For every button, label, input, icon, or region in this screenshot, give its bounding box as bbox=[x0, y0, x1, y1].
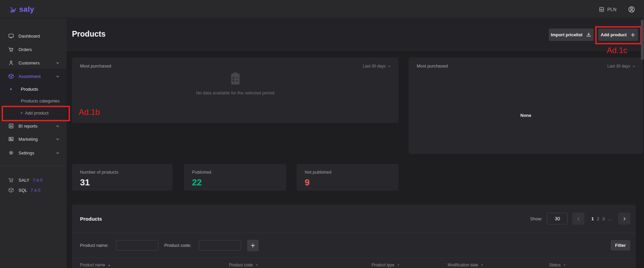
cart-icon bbox=[8, 177, 14, 183]
period-label: Last 30 days bbox=[363, 64, 386, 69]
person-icon bbox=[8, 60, 14, 66]
svg-text:Bi: Bi bbox=[600, 8, 603, 11]
sidebar: Dashboard Orders Customers Assortment Pr… bbox=[0, 18, 67, 268]
filter-button[interactable]: Filter bbox=[611, 240, 630, 251]
stat-label: Published bbox=[192, 170, 211, 175]
sort-desc-icon: ▼ bbox=[397, 264, 400, 267]
no-data-clipboard-icon bbox=[228, 72, 242, 86]
plus-icon: + bbox=[20, 110, 23, 116]
sidebar-subitem-add-product[interactable]: + Add product bbox=[0, 108, 67, 118]
sidebar-item-label: Customers bbox=[18, 60, 40, 65]
table-card-header: Products Show: 1 2 3 ... bbox=[72, 205, 636, 233]
empty-state: No data available for the selected perio… bbox=[72, 72, 399, 95]
most-purchased-widget-right: Most purchased Last 30 days None bbox=[409, 57, 643, 154]
currency-icon: Bi bbox=[599, 6, 605, 12]
chevron-down-icon bbox=[55, 61, 60, 65]
no-data-text: No data available for the selected perio… bbox=[196, 90, 274, 95]
page-title: Products bbox=[72, 30, 106, 39]
stat-published: Published 22 bbox=[184, 164, 286, 191]
products-table-card: Products Show: 1 2 3 ... Product name: bbox=[72, 205, 636, 268]
chevron-down-icon bbox=[55, 74, 60, 79]
version-saly: SALY 7.4.0 bbox=[0, 175, 67, 185]
widget-title: Most purchased bbox=[417, 63, 448, 69]
sidebar-divider bbox=[0, 165, 67, 166]
column-header-product-code[interactable]: Product code▼ bbox=[229, 263, 372, 267]
cube-icon bbox=[8, 187, 14, 193]
show-label: Show: bbox=[530, 216, 542, 221]
stat-value: 22 bbox=[192, 177, 202, 188]
period-dropdown[interactable]: Last 30 days bbox=[607, 64, 636, 69]
import-pricelist-button[interactable]: Import pricelist bbox=[549, 29, 594, 41]
stat-value: 9 bbox=[305, 177, 309, 188]
currency-selector[interactable]: Bi PLN bbox=[599, 6, 616, 12]
version-sql: SQL 7.4.0 bbox=[0, 185, 67, 195]
plus-icon bbox=[630, 32, 636, 38]
sidebar-item-label: Marketing bbox=[18, 137, 38, 142]
logo[interactable]: saly bbox=[9, 0, 34, 18]
product-name-filter-label: Product name: bbox=[80, 243, 109, 248]
stat-value: 31 bbox=[80, 177, 90, 188]
product-name-filter-input[interactable] bbox=[116, 240, 158, 251]
currency-code: PLN bbox=[607, 7, 616, 12]
add-button-label: Add product bbox=[601, 32, 627, 37]
gear-icon bbox=[8, 150, 14, 156]
stat-label: Not published bbox=[305, 170, 332, 175]
sidebar-item-marketing[interactable]: Marketing bbox=[0, 134, 67, 144]
sidebar-item-label: Dashboard bbox=[18, 34, 40, 39]
page-number-1[interactable]: 1 bbox=[591, 216, 594, 221]
chevron-down-icon bbox=[632, 64, 636, 68]
pagination-next-button[interactable] bbox=[618, 213, 630, 225]
monitor-icon bbox=[8, 33, 14, 39]
sidebar-item-customers[interactable]: Customers bbox=[0, 58, 67, 68]
sidebar-item-label: Orders bbox=[18, 47, 32, 52]
cube-icon bbox=[8, 73, 14, 79]
sidebar-subitem-products[interactable]: Products bbox=[0, 84, 67, 94]
product-code-filter-input[interactable] bbox=[199, 240, 241, 251]
stat-not-published: Not published 9 bbox=[297, 164, 399, 191]
page-size-input[interactable] bbox=[547, 213, 568, 224]
user-account-icon[interactable] bbox=[628, 6, 635, 13]
page-number-2[interactable]: 2 bbox=[597, 216, 599, 221]
bi-report-icon: Bi bbox=[8, 123, 14, 129]
period-dropdown[interactable]: Last 30 days bbox=[363, 64, 391, 69]
column-header-status[interactable]: Status▼ bbox=[549, 263, 628, 267]
download-icon bbox=[586, 32, 592, 38]
version-name: SQL bbox=[18, 188, 27, 193]
column-header-product-name[interactable]: Product name▲ bbox=[80, 263, 229, 267]
sidebar-item-label: BI reports bbox=[18, 124, 37, 129]
cart-logo-icon bbox=[9, 5, 17, 13]
sidebar-item-settings[interactable]: Settings bbox=[0, 148, 67, 158]
column-header-modification-date[interactable]: Modification date▼ bbox=[448, 263, 549, 267]
pagination-pages: 1 2 3 ... bbox=[591, 216, 611, 221]
scrollbar-thumb[interactable] bbox=[641, 19, 644, 60]
version-number: 7.4.0 bbox=[33, 178, 42, 183]
sidebar-subitem-products-categories[interactable]: Products categories bbox=[0, 96, 67, 106]
sidebar-item-label: Settings bbox=[18, 150, 34, 155]
table-header-row: Product name▲ Product code▼ Product type… bbox=[72, 258, 636, 268]
sidebar-item-dashboard[interactable]: Dashboard bbox=[0, 31, 67, 41]
subitem-label: Products categories bbox=[0, 98, 60, 103]
version-number: 7.4.0 bbox=[31, 188, 40, 193]
add-product-button[interactable]: Add product bbox=[598, 29, 638, 41]
pagination-prev-button[interactable] bbox=[572, 213, 584, 225]
page-ellipsis: ... bbox=[608, 216, 611, 221]
sort-asc-icon: ▲ bbox=[108, 264, 111, 267]
chevron-down-icon bbox=[55, 151, 60, 155]
version-name: SALY bbox=[18, 178, 29, 183]
logo-text: saly bbox=[19, 5, 34, 14]
import-button-label: Import pricelist bbox=[551, 32, 582, 37]
app-window: saly Bi PLN Dashboard Orders C bbox=[0, 0, 644, 268]
page-number-3[interactable]: 3 bbox=[602, 216, 605, 221]
subitem-label: Add product bbox=[25, 110, 48, 116]
add-filter-button[interactable] bbox=[247, 240, 259, 251]
sidebar-item-bi-reports[interactable]: Bi BI reports bbox=[0, 121, 67, 131]
svg-text:Bi: Bi bbox=[10, 125, 12, 128]
sort-desc-icon: ▼ bbox=[256, 264, 258, 267]
table-title: Products bbox=[80, 216, 102, 222]
most-purchased-widget-left: Most purchased Last 30 days No data avai… bbox=[72, 57, 399, 123]
column-header-product-type[interactable]: Product type▼ bbox=[372, 263, 448, 267]
sidebar-item-assortment[interactable]: Assortment bbox=[0, 71, 67, 81]
chevron-down-icon bbox=[55, 137, 60, 141]
sidebar-item-orders[interactable]: Orders bbox=[0, 44, 67, 54]
page-header: Products Import pricelist Add product bbox=[67, 18, 644, 51]
